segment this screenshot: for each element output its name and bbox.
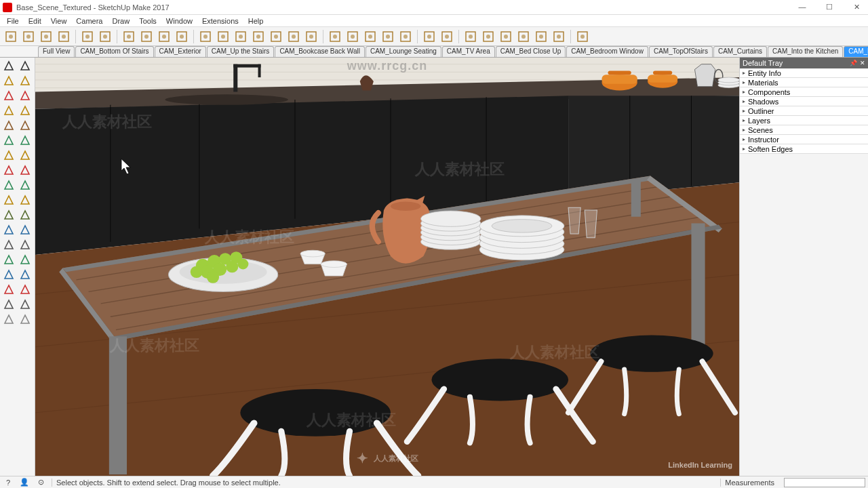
scene-tab[interactable]: CAM_TopOfStairs: [649, 46, 713, 57]
render-3-button[interactable]: [498, 29, 514, 44]
sel-2-button[interactable]: [439, 29, 455, 44]
position-camera-tool[interactable]: [1, 298, 16, 311]
tray-panel-layers[interactable]: ▸Layers: [740, 116, 868, 125]
menu-help[interactable]: Help: [244, 16, 268, 26]
rotate-tool[interactable]: [1, 178, 16, 192]
scene-tab[interactable]: CAM_Bookcase Back Wall: [275, 46, 365, 57]
scene-tab[interactable]: CAM_Dining Table: [844, 46, 868, 57]
scene-tab[interactable]: CAM_Up the Stairs: [207, 46, 275, 57]
render-1-button[interactable]: [462, 29, 479, 44]
win-3-button[interactable]: [156, 29, 172, 44]
shape-3-button[interactable]: [233, 29, 249, 44]
shape-2-button[interactable]: [215, 29, 231, 44]
2pt-arc-tool[interactable]: [18, 134, 33, 147]
extrude-2-button[interactable]: [344, 29, 361, 44]
tray-panel-scenes[interactable]: ▸Scenes: [740, 125, 868, 135]
tray-panel-shadows[interactable]: ▸Shadows: [740, 97, 868, 106]
render-5-button[interactable]: [533, 29, 549, 44]
rect-tool[interactable]: [1, 104, 16, 117]
shape-5-button[interactable]: [268, 29, 284, 44]
scene-tab[interactable]: CAM_Lounge Seating: [366, 46, 441, 57]
menu-draw[interactable]: Draw: [108, 16, 134, 26]
tray-pin-icon[interactable]: 📌: [850, 60, 857, 66]
shape-7-button[interactable]: [303, 29, 319, 44]
scene-tab[interactable]: Full View: [38, 46, 75, 57]
menu-view[interactable]: View: [47, 16, 71, 26]
help-icon[interactable]: ?: [3, 478, 14, 487]
menu-camera[interactable]: Camera: [72, 16, 106, 26]
zoom-window-tool[interactable]: [18, 268, 33, 281]
orbit-tool[interactable]: [1, 253, 16, 266]
extrude-4-button[interactable]: [380, 29, 396, 44]
freehand-tool[interactable]: [18, 89, 33, 102]
offset-tool[interactable]: [18, 193, 33, 207]
scene-tab[interactable]: CAM_Curtains: [713, 46, 767, 57]
last-button[interactable]: [574, 29, 591, 44]
eraser-tool[interactable]: [18, 74, 33, 87]
scale-tool[interactable]: [1, 193, 16, 207]
text-tool[interactable]: [18, 223, 33, 237]
scene-tab[interactable]: CAM_Bottom Of Stairs: [75, 46, 153, 57]
follow-me-tool[interactable]: [18, 178, 33, 192]
orbit-cloud-1-button[interactable]: [20, 29, 37, 44]
circle-tool[interactable]: [1, 119, 16, 132]
arc-tool[interactable]: [1, 134, 16, 147]
shape-1-button[interactable]: [197, 29, 214, 44]
extrude-5-button[interactable]: [397, 29, 414, 44]
cloud-button[interactable]: [56, 29, 72, 44]
scene-tab[interactable]: CAM_Exterior: [155, 46, 206, 57]
undo-button[interactable]: [3, 29, 19, 44]
render-6-button[interactable]: [551, 29, 567, 44]
walk-tool[interactable]: [1, 312, 16, 326]
tray-panel-outliner[interactable]: ▸Outliner: [740, 106, 868, 116]
user-icon[interactable]: 👤: [19, 478, 30, 487]
box-1-button[interactable]: [79, 29, 96, 44]
3pt-arc-tool[interactable]: [1, 148, 16, 162]
pie-tool[interactable]: [18, 148, 33, 162]
push-pull-tool[interactable]: [18, 163, 33, 177]
render-4-button[interactable]: [515, 29, 532, 44]
measurements-input[interactable]: [784, 478, 865, 487]
scene-tab[interactable]: CAM_Bedroom Window: [566, 46, 648, 57]
menu-extensions[interactable]: Extensions: [198, 16, 243, 26]
shape-6-button[interactable]: [285, 29, 302, 44]
tray-panel-soften-edges[interactable]: ▸Soften Edges: [740, 144, 868, 154]
scene-tab[interactable]: CAM_Bed Close Up: [496, 46, 566, 57]
model-canvas[interactable]: [35, 58, 739, 476]
polygon-tool[interactable]: [18, 119, 33, 132]
move-tool[interactable]: [1, 163, 16, 177]
tape-tool[interactable]: [1, 208, 16, 222]
win-4-button[interactable]: [174, 29, 190, 44]
close-button[interactable]: ✕: [848, 3, 865, 12]
box-2-button[interactable]: [97, 29, 113, 44]
axes-tool[interactable]: [1, 238, 16, 251]
menu-edit[interactable]: Edit: [24, 16, 45, 26]
render-2-button[interactable]: [480, 29, 496, 44]
tray-panel-entity-info[interactable]: ▸Entity Info: [740, 68, 868, 78]
prev-view-tool[interactable]: [18, 283, 33, 296]
viewport[interactable]: www.rrcg.cn 人人素材社区 人人素材社区 人人素材社区 人人素材社区 …: [35, 58, 739, 476]
component-tool[interactable]: [18, 59, 33, 73]
section-plane-tool[interactable]: [18, 312, 33, 326]
tray-header[interactable]: Default Tray 📌 ✕: [740, 58, 868, 68]
3d-text-tool[interactable]: [18, 238, 33, 251]
protractor-tool[interactable]: [1, 223, 16, 237]
dimension-tool[interactable]: [18, 208, 33, 222]
extrude-1-button[interactable]: [327, 29, 343, 44]
paint-tool[interactable]: [1, 74, 16, 87]
zoom-tool[interactable]: [1, 268, 16, 281]
line-tool[interactable]: [1, 89, 16, 102]
win-1-button[interactable]: [121, 29, 137, 44]
menu-window[interactable]: Window: [162, 16, 197, 26]
orbit-cloud-2-button[interactable]: [38, 29, 54, 44]
zoom-extents-tool[interactable]: [1, 283, 16, 296]
minimize-button[interactable]: —: [793, 3, 811, 12]
maximize-button[interactable]: ☐: [821, 3, 838, 12]
geo-icon[interactable]: ⊙: [35, 478, 46, 487]
menu-tools[interactable]: Tools: [135, 16, 161, 26]
pan-tool[interactable]: [18, 253, 33, 266]
select-tool[interactable]: [1, 59, 16, 73]
tray-panel-components[interactable]: ▸Components: [740, 87, 868, 97]
extrude-3-button[interactable]: [362, 29, 378, 44]
scene-tab[interactable]: CAM_TV Area: [442, 46, 495, 57]
